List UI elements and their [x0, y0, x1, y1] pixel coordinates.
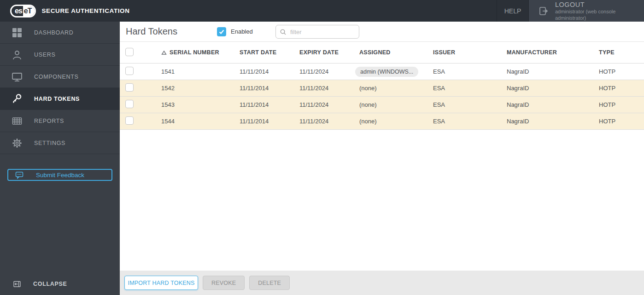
column-header-expiry-date[interactable]: EXPIRY DATE — [299, 49, 359, 56]
column-header-serial-number[interactable]: SERIAL NUMBER — [161, 49, 240, 56]
enabled-checkbox-label: Enabled — [231, 28, 253, 35]
row-checkbox[interactable] — [125, 100, 134, 108]
submit-feedback-button[interactable]: Submit Feedback — [7, 169, 112, 181]
content-header: Hard Tokens Enabled — [120, 22, 644, 42]
key-icon — [11, 93, 23, 105]
collapse-label: COLLAPSE — [33, 281, 67, 287]
collapse-button[interactable]: COLLAPSE — [0, 273, 120, 295]
sidebar-item-label: HARD TOKENS — [34, 96, 80, 102]
sidebar-item-users[interactable]: USERS — [0, 44, 120, 66]
logout-icon — [538, 5, 550, 17]
delete-button[interactable]: DELETE — [249, 276, 290, 290]
eset-logo: es eT — [10, 5, 36, 17]
logout-subtitle: administrator (web console administrator… — [555, 9, 644, 22]
brand: es eT SECURE AUTHENTICATION — [0, 5, 130, 17]
column-header-type[interactable]: TYPE — [599, 49, 644, 56]
sidebar-item-label: USERS — [34, 52, 56, 58]
eset-logo-left: es — [12, 6, 23, 16]
action-bar: IMPORT HARD TOKENS REVOKE DELETE — [120, 271, 644, 295]
logout-label: LOGOUT — [555, 0, 644, 9]
column-header-start-date[interactable]: START DATE — [240, 49, 299, 56]
sidebar-item-dashboard[interactable]: DASHBOARD — [0, 22, 120, 44]
logout-button[interactable]: LOGOUT administrator (web console admini… — [529, 0, 644, 22]
row-checkbox[interactable] — [125, 83, 134, 92]
hard-tokens-table: SERIAL NUMBER START DATE EXPIRY DATE ASS… — [120, 42, 644, 130]
dashboard-grid-icon — [11, 27, 23, 39]
column-header-issuer[interactable]: ISSUER — [433, 49, 507, 56]
sidebar-item-label: REPORTS — [34, 118, 64, 124]
page-title: Hard Tokens — [126, 26, 177, 37]
report-table-icon — [11, 115, 23, 127]
sidebar-item-reports[interactable]: REPORTS — [0, 110, 120, 132]
submit-feedback-label: Submit Feedback — [36, 172, 84, 179]
eset-logo-right: eT — [23, 6, 35, 16]
help-label: HELP — [504, 7, 521, 15]
table-row[interactable]: 1543 11/11/2014 11/11/2024 (none) ESA Na… — [120, 97, 644, 113]
sidebar-item-label: COMPONENTS — [34, 74, 79, 80]
speech-bubble-icon — [15, 170, 24, 179]
top-bar: es eT SECURE AUTHENTICATION HELP LOGOUT … — [0, 0, 644, 22]
table-row[interactable]: 1541 11/11/2014 11/11/2024 admin (WINDOW… — [120, 64, 644, 80]
enabled-checkbox[interactable] — [217, 27, 226, 36]
filter-input[interactable] — [290, 29, 371, 35]
monitor-icon — [11, 71, 23, 83]
gear-icon — [11, 137, 23, 149]
filter-box — [275, 25, 359, 39]
main-content: Hard Tokens Enabled — [120, 22, 644, 295]
row-checkbox[interactable] — [125, 116, 134, 125]
user-icon — [11, 49, 23, 61]
search-icon — [280, 29, 287, 35]
sidebar: DASHBOARD USERS COMPONENTS — [0, 22, 120, 295]
assigned-user-badge: admin (WINDOWS... — [355, 67, 418, 77]
row-checkbox[interactable] — [125, 67, 134, 75]
sort-ascending-icon — [161, 50, 167, 55]
column-header-manufacturer[interactable]: MANUFACTURER — [507, 49, 599, 56]
table-row[interactable]: 1544 11/11/2014 11/11/2024 (none) ESA Na… — [120, 113, 644, 130]
column-header-assigned[interactable]: ASSIGNED — [359, 49, 433, 56]
import-hard-tokens-button[interactable]: IMPORT HARD TOKENS — [124, 276, 198, 290]
collapse-icon — [13, 280, 21, 288]
revoke-button[interactable]: REVOKE — [203, 276, 245, 290]
sidebar-item-hard-tokens[interactable]: HARD TOKENS — [0, 88, 120, 110]
help-button[interactable]: HELP — [497, 0, 529, 22]
sidebar-item-settings[interactable]: SETTINGS — [0, 132, 120, 154]
table-header-row: SERIAL NUMBER START DATE EXPIRY DATE ASS… — [120, 42, 644, 64]
product-name: SECURE AUTHENTICATION — [41, 7, 129, 14]
sidebar-item-components[interactable]: COMPONENTS — [0, 66, 120, 88]
table-row[interactable]: 1542 11/11/2014 11/11/2024 (none) ESA Na… — [120, 80, 644, 97]
select-all-checkbox[interactable] — [125, 48, 134, 56]
sidebar-item-label: DASHBOARD — [34, 29, 73, 36]
sidebar-item-label: SETTINGS — [34, 140, 65, 146]
